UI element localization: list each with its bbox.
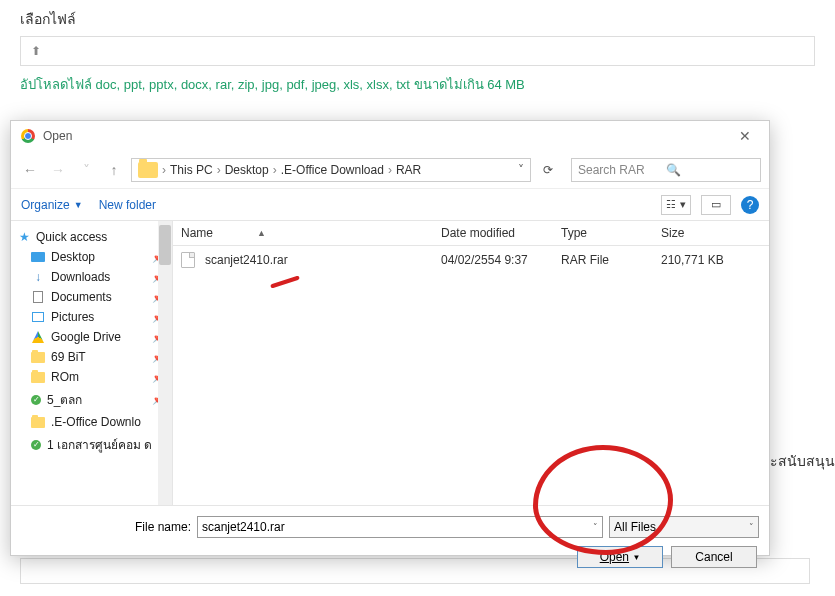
upload-hint: อัปโหลดไฟล์ doc, ppt, pptx, docx, rar, z… — [20, 74, 815, 95]
partial-right-text: ะสนับสนุน — [770, 450, 835, 472]
breadcrumb-item[interactable]: .E-Office Download — [281, 163, 384, 177]
documents-icon — [33, 291, 43, 303]
column-name[interactable]: Name▲ — [181, 226, 441, 240]
sync-icon: ✓ — [31, 395, 41, 405]
search-icon: 🔍 — [666, 163, 754, 177]
file-row[interactable]: scanjet2410.rar 04/02/2554 9:37 RAR File… — [173, 246, 769, 274]
sidebar-item-quick-access[interactable]: ★Quick access — [15, 227, 168, 247]
sidebar-item-desktop[interactable]: Desktop📌 — [15, 247, 168, 267]
search-input[interactable]: Search RAR 🔍 — [571, 158, 761, 182]
help-icon[interactable]: ? — [741, 196, 759, 214]
sidebar-item-69bit[interactable]: 69 BiT📌 — [15, 347, 168, 367]
downloads-icon: ↓ — [31, 270, 45, 284]
new-folder-button[interactable]: New folder — [99, 198, 156, 212]
google-drive-icon — [32, 331, 44, 343]
forward-icon: → — [47, 162, 69, 178]
search-placeholder: Search RAR — [578, 163, 666, 177]
sidebar-item-5talok[interactable]: ✓5_ตลก📌 — [15, 387, 168, 412]
file-list: Name▲ Date modified Type Size scanjet241… — [173, 221, 769, 505]
file-name: scanjet2410.rar — [205, 253, 288, 267]
organize-button[interactable]: Organize▼ — [21, 198, 83, 212]
choose-file-label: เลือกไฟล์ — [0, 0, 835, 30]
sidebar-item-google-drive[interactable]: Google Drive📌 — [15, 327, 168, 347]
view-mode-button[interactable]: ☷ ▾ — [661, 195, 691, 215]
sidebar-item-downloads[interactable]: ↓Downloads📌 — [15, 267, 168, 287]
folder-icon — [138, 162, 158, 178]
chevron-down-icon: ˅ — [749, 522, 754, 532]
back-icon[interactable]: ← — [19, 162, 41, 178]
breadcrumb[interactable]: › This PC› Desktop› .E-Office Download› … — [131, 158, 531, 182]
sidebar-item-docs-center[interactable]: ✓1 เอกสารศูนย์คอม ด — [15, 432, 168, 457]
sidebar: ★Quick access Desktop📌 ↓Downloads📌 Docum… — [11, 221, 173, 505]
sort-asc-icon: ▲ — [257, 228, 266, 238]
file-icon — [181, 252, 195, 268]
annotation-circle — [533, 445, 673, 555]
up-icon[interactable]: ↑ — [103, 162, 125, 178]
folder-icon — [31, 372, 45, 383]
sync-icon: ✓ — [31, 440, 41, 450]
dialog-title: Open — [43, 129, 731, 143]
breadcrumb-item[interactable]: Desktop — [225, 163, 269, 177]
cancel-button[interactable]: Cancel — [671, 546, 757, 568]
breadcrumb-item[interactable]: RAR — [396, 163, 421, 177]
column-size[interactable]: Size — [661, 226, 761, 240]
file-date: 04/02/2554 9:37 — [441, 253, 561, 267]
chrome-icon — [21, 129, 35, 143]
close-icon[interactable]: ✕ — [731, 124, 759, 148]
file-size: 210,771 KB — [661, 253, 761, 267]
folder-icon — [31, 417, 45, 428]
refresh-icon[interactable]: ⟳ — [537, 163, 559, 177]
desktop-icon — [31, 252, 45, 262]
sidebar-scrollbar[interactable] — [158, 221, 172, 505]
chevron-down-icon[interactable]: ˅ — [518, 163, 524, 177]
pictures-icon — [32, 312, 44, 322]
folder-icon — [31, 352, 45, 363]
column-date[interactable]: Date modified — [441, 226, 561, 240]
column-type[interactable]: Type — [561, 226, 661, 240]
sidebar-item-documents[interactable]: Documents📌 — [15, 287, 168, 307]
file-type: RAR File — [561, 253, 661, 267]
breadcrumb-item[interactable]: This PC — [170, 163, 213, 177]
sidebar-item-pictures[interactable]: Pictures📌 — [15, 307, 168, 327]
file-name-label: File name: — [21, 520, 191, 534]
sidebar-item-eoffice[interactable]: .E-Office Downlo — [15, 412, 168, 432]
upload-icon: ⬆ — [31, 44, 41, 58]
recent-dropdown-icon[interactable]: ˅ — [75, 162, 97, 178]
star-icon: ★ — [19, 230, 30, 244]
sidebar-item-rom[interactable]: ROm📌 — [15, 367, 168, 387]
upload-dropzone[interactable]: ⬆ — [20, 36, 815, 66]
preview-pane-button[interactable]: ▭ — [701, 195, 731, 215]
